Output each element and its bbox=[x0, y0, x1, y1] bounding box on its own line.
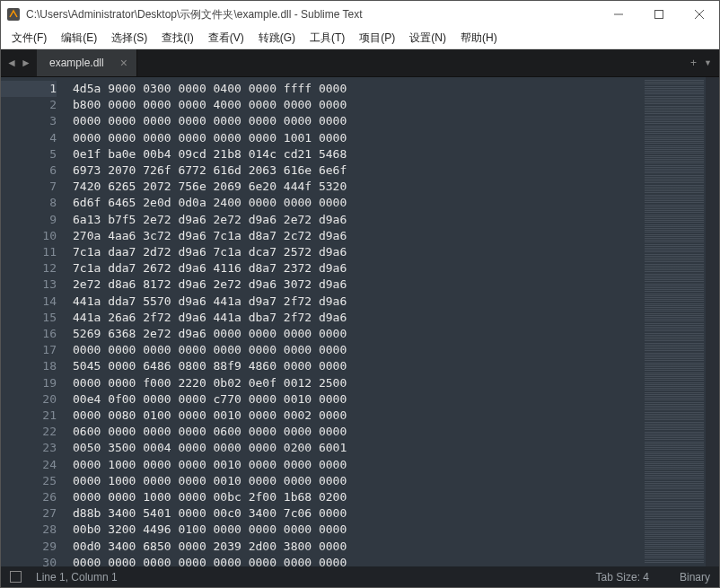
code-line: 0000 1000 0000 0000 0010 0000 0000 0000 bbox=[73, 457, 643, 473]
tab-prev-button[interactable]: ◄ bbox=[4, 57, 19, 69]
line-number: 7 bbox=[1, 179, 57, 195]
line-number: 25 bbox=[1, 473, 57, 489]
line-number: 1 bbox=[1, 81, 57, 97]
line-number: 23 bbox=[1, 440, 57, 456]
app-icon bbox=[6, 7, 21, 22]
line-number: 29 bbox=[1, 539, 57, 555]
code-line: 00e4 0f00 0000 0000 c770 0000 0010 0000 bbox=[73, 391, 643, 408]
panel-switcher-icon[interactable] bbox=[10, 571, 22, 583]
tab-close-icon[interactable]: × bbox=[120, 57, 127, 69]
tab-nav: ◄ ► bbox=[1, 49, 37, 76]
titlebar: C:\Users\Administrator\Desktop\示例文件夹\exa… bbox=[1, 1, 719, 28]
line-number: 27 bbox=[1, 505, 57, 522]
line-number: 28 bbox=[1, 522, 57, 538]
code-line: 5045 0000 6486 0800 88f9 4860 0000 0000 bbox=[73, 358, 643, 374]
code-line: 0000 0000 0000 0000 0000 0000 0000 0000 bbox=[73, 555, 643, 566]
tabbar: ◄ ► example.dll × + ▼ bbox=[1, 49, 719, 77]
menu-view[interactable]: 查看(V) bbox=[201, 29, 251, 48]
code-line: 4d5a 9000 0300 0000 0400 0000 ffff 0000 bbox=[73, 81, 643, 97]
menu-prefs[interactable]: 设置(N) bbox=[402, 29, 453, 48]
line-number: 13 bbox=[1, 276, 57, 293]
line-number: 2 bbox=[1, 97, 57, 113]
line-number: 8 bbox=[1, 195, 57, 211]
line-number: 18 bbox=[1, 358, 57, 374]
line-number: 21 bbox=[1, 408, 57, 424]
code-line: 7420 6265 2072 756e 2069 6e20 444f 5320 bbox=[73, 179, 643, 195]
tab-next-button[interactable]: ► bbox=[19, 57, 33, 69]
code-line: 0600 0000 0000 0000 0600 0000 0000 0000 bbox=[73, 424, 643, 440]
menu-find[interactable]: 查找(I) bbox=[154, 29, 200, 48]
code-line: 6973 2070 726f 6772 616d 2063 616e 6e6f bbox=[73, 162, 643, 179]
code-line: 00d0 3400 6850 0000 2039 2d00 3800 0000 bbox=[73, 539, 643, 555]
line-number: 17 bbox=[1, 342, 57, 358]
line-number: 24 bbox=[1, 457, 57, 473]
statusbar: Line 1, Column 1 Tab Size: 4 Binary bbox=[1, 566, 719, 587]
line-number: 16 bbox=[1, 326, 57, 342]
code-area[interactable]: 4d5a 9000 0300 0000 0400 0000 ffff 0000b… bbox=[66, 77, 643, 566]
code-line: 6a13 b7f5 2e72 d9a6 2e72 d9a6 2e72 d9a6 bbox=[73, 212, 643, 228]
code-line: 6d6f 6465 2e0d 0d0a 2400 0000 0000 0000 bbox=[73, 195, 643, 211]
line-number: 5 bbox=[1, 146, 57, 162]
code-line: 0000 0000 1000 0000 00bc 2f00 1b68 0200 bbox=[73, 489, 643, 505]
line-number: 6 bbox=[1, 162, 57, 179]
code-line: 441a 26a6 2f72 d9a6 441a dba7 2f72 d9a6 bbox=[73, 310, 643, 326]
tab-active[interactable]: example.dll × bbox=[37, 49, 137, 76]
code-line: 0000 0080 0100 0000 0010 0000 0002 0000 bbox=[73, 408, 643, 424]
code-line: 5269 6368 2e72 d9a6 0000 0000 0000 0000 bbox=[73, 326, 643, 342]
line-number: 26 bbox=[1, 489, 57, 505]
editor: 1234567891011121314151617181920212223242… bbox=[1, 77, 719, 566]
tab-spacer bbox=[137, 49, 683, 76]
status-tabsize[interactable]: Tab Size: 4 bbox=[596, 571, 649, 584]
line-number: 19 bbox=[1, 375, 57, 391]
tab-overflow-button[interactable]: ▼ bbox=[704, 58, 712, 67]
code-line: 00b0 3200 4496 0100 0000 0000 0000 0000 bbox=[73, 522, 643, 538]
menu-select[interactable]: 选择(S) bbox=[104, 29, 154, 48]
code-line: 0000 0000 0000 0000 0000 0000 0000 0000 bbox=[73, 113, 643, 129]
tab-right-controls: + ▼ bbox=[683, 49, 719, 76]
status-syntax[interactable]: Binary bbox=[680, 571, 710, 584]
code-line: 270a 4aa6 3c72 d9a6 7c1a d8a7 2c72 d9a6 bbox=[73, 228, 643, 244]
gutter: 1234567891011121314151617181920212223242… bbox=[1, 77, 66, 566]
menu-goto[interactable]: 转跳(G) bbox=[251, 29, 303, 48]
line-number: 3 bbox=[1, 113, 57, 129]
menu-project[interactable]: 项目(P) bbox=[352, 29, 402, 48]
line-number: 10 bbox=[1, 228, 57, 244]
code-line: 0050 3500 0004 0000 0000 0000 0200 6001 bbox=[73, 440, 643, 456]
code-line: 0000 0000 0000 0000 0000 0000 1001 0000 bbox=[73, 130, 643, 146]
window-title: C:\Users\Administrator\Desktop\示例文件夹\exa… bbox=[26, 7, 598, 22]
code-line: 0000 1000 0000 0000 0010 0000 0000 0000 bbox=[73, 473, 643, 489]
minimap[interactable] bbox=[643, 77, 706, 566]
menu-file[interactable]: 文件(F) bbox=[4, 29, 54, 48]
code-line: d88b 3400 5401 0000 00c0 3400 7c06 0000 bbox=[73, 505, 643, 522]
line-number: 9 bbox=[1, 212, 57, 228]
status-position[interactable]: Line 1, Column 1 bbox=[36, 571, 118, 584]
line-number: 20 bbox=[1, 391, 57, 408]
code-line: 0000 0000 0000 0000 0000 0000 0000 0000 bbox=[73, 342, 643, 358]
minimize-button[interactable] bbox=[598, 1, 638, 28]
line-number: 22 bbox=[1, 424, 57, 440]
line-number: 30 bbox=[1, 555, 57, 571]
code-line: 0e1f ba0e 00b4 09cd 21b8 014c cd21 5468 bbox=[73, 146, 643, 162]
code-line: 441a dda7 5570 d9a6 441a d9a7 2f72 d9a6 bbox=[73, 294, 643, 310]
line-number: 15 bbox=[1, 310, 57, 326]
menu-tools[interactable]: 工具(T) bbox=[303, 29, 352, 48]
close-button[interactable] bbox=[679, 1, 719, 28]
line-number: 12 bbox=[1, 260, 57, 276]
tab-label: example.dll bbox=[49, 57, 104, 69]
svg-rect-2 bbox=[654, 11, 663, 19]
line-number: 14 bbox=[1, 294, 57, 310]
code-line: 7c1a dda7 2672 d9a6 4116 d8a7 2372 d9a6 bbox=[73, 260, 643, 276]
line-number: 4 bbox=[1, 130, 57, 146]
code-line: 7c1a daa7 2d72 d9a6 7c1a dca7 2572 d9a6 bbox=[73, 244, 643, 260]
code-line: b800 0000 0000 0000 4000 0000 0000 0000 bbox=[73, 97, 643, 113]
maximize-button[interactable] bbox=[638, 1, 679, 28]
app-window: C:\Users\Administrator\Desktop\示例文件夹\exa… bbox=[0, 0, 720, 588]
menu-edit[interactable]: 编辑(E) bbox=[54, 29, 104, 48]
menubar: 文件(F) 编辑(E) 选择(S) 查找(I) 查看(V) 转跳(G) 工具(T… bbox=[1, 28, 719, 49]
code-line: 0000 0000 f000 2220 0b02 0e0f 0012 2500 bbox=[73, 375, 643, 391]
line-number: 11 bbox=[1, 244, 57, 260]
new-tab-button[interactable]: + bbox=[690, 57, 697, 69]
menu-help[interactable]: 帮助(H) bbox=[453, 29, 505, 48]
code-line: 2e72 d8a6 8172 d9a6 2e72 d9a6 3072 d9a6 bbox=[73, 276, 643, 293]
vertical-scrollbar[interactable] bbox=[706, 77, 719, 566]
